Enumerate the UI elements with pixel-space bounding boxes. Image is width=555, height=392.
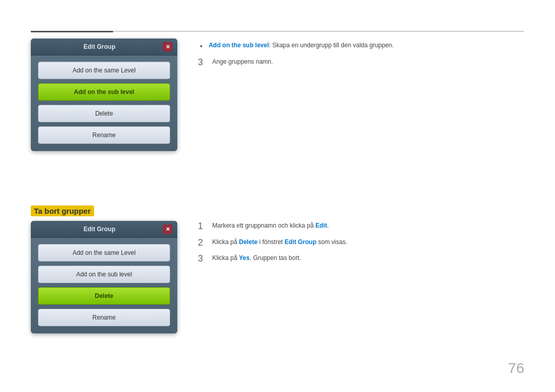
step2-edit-group-link: Edit Group bbox=[285, 238, 317, 246]
step3-text-after: . Gruppen tas bort. bbox=[250, 254, 301, 262]
bottom-step1: 1 Markera ett gruppnamn och klicka på Ed… bbox=[198, 221, 524, 232]
step1-text: Markera ett gruppnamn och klicka på Edit… bbox=[212, 221, 329, 231]
edit-group-dialog-bottom: Edit Group ✕ Add on the same Level Add o… bbox=[31, 221, 177, 333]
section-heading-ta-bort: Ta bort grupper bbox=[31, 206, 94, 216]
btn-delete-bottom[interactable]: Delete bbox=[38, 287, 170, 305]
page-number: 76 bbox=[508, 360, 524, 377]
step-number-3-top: 3 bbox=[198, 57, 206, 68]
dialog-titlebar-bottom: Edit Group ✕ bbox=[31, 221, 177, 238]
btn-add-sub-level-top[interactable]: Add on the sub level bbox=[38, 83, 170, 101]
bottom-step2: 2 Klicka på Delete i fönstret Edit Group… bbox=[198, 237, 524, 249]
heading-highlight-text: Ta bort grupper bbox=[31, 206, 94, 216]
step3-text: Klicka på Yes. Gruppen tas bort. bbox=[212, 253, 301, 263]
step3-text-before: Klicka på bbox=[212, 254, 239, 262]
step3-top-text: Ange gruppens namn. bbox=[212, 57, 273, 67]
btn-delete-top[interactable]: Delete bbox=[38, 105, 170, 122]
btn-rename-bottom[interactable]: Rename bbox=[38, 309, 170, 326]
top-instruction-bullet: • Add on the sub level: Skapa en undergr… bbox=[198, 41, 524, 52]
bottom-numbered-list: 1 Markera ett gruppnamn och klicka på Ed… bbox=[198, 221, 524, 265]
step1-text-before: Markera ett gruppnamn och klicka på bbox=[212, 222, 316, 229]
dialog-title-bottom: Edit Group bbox=[36, 226, 163, 233]
dialog-close-button-bottom[interactable]: ✕ bbox=[163, 225, 172, 234]
top-bullet-text-after: : Skapa en undergrupp till den valda gru… bbox=[269, 42, 394, 49]
dialog-body-top: Add on the same Level Add on the sub lev… bbox=[31, 55, 177, 151]
step3-yes-link: Yes bbox=[239, 254, 250, 262]
top-instruction-step3: 3 Ange gruppens namn. bbox=[198, 57, 524, 68]
section-bottom: Edit Group ✕ Add on the same Level Add o… bbox=[31, 221, 524, 333]
dialog-titlebar-top: Edit Group ✕ bbox=[31, 39, 177, 55]
step-number-1: 1 bbox=[198, 221, 206, 232]
step2-delete-link: Delete bbox=[239, 238, 257, 246]
section-top: Edit Group ✕ Add on the same Level Add o… bbox=[31, 39, 524, 151]
btn-add-same-level-top[interactable]: Add on the same Level bbox=[38, 62, 170, 79]
step2-text-before: Klicka på bbox=[212, 238, 239, 246]
top-instruction-list: • Add on the sub level: Skapa en undergr… bbox=[198, 41, 524, 68]
step2-text: Klicka på Delete i fönstret Edit Group s… bbox=[212, 237, 347, 247]
bullet-dot: • bbox=[198, 41, 202, 52]
top-bullet-text: Add on the sub level: Skapa en undergrup… bbox=[209, 41, 394, 50]
bottom-instructions: 1 Markera ett gruppnamn och klicka på Ed… bbox=[198, 221, 524, 333]
step2-text-after: som visas. bbox=[317, 238, 347, 246]
step-number-3-bottom: 3 bbox=[198, 253, 206, 265]
top-rule-accent bbox=[31, 31, 113, 32]
step2-text-middle: i fönstret bbox=[257, 238, 285, 246]
top-instructions: • Add on the sub level: Skapa en undergr… bbox=[198, 39, 524, 151]
dialog-body-bottom: Add on the same Level Add on the sub lev… bbox=[31, 238, 177, 333]
edit-group-dialog-top: Edit Group ✕ Add on the same Level Add o… bbox=[31, 39, 177, 151]
step-number-2: 2 bbox=[198, 237, 206, 249]
dialog-title-top: Edit Group bbox=[36, 43, 163, 50]
btn-add-same-level-bottom[interactable]: Add on the same Level bbox=[38, 244, 170, 262]
step1-edit-link: Edit bbox=[316, 222, 327, 229]
bottom-step3: 3 Klicka på Yes. Gruppen tas bort. bbox=[198, 253, 524, 265]
add-on-sub-level-link: Add on the sub level bbox=[209, 42, 269, 49]
dialog-close-button-top[interactable]: ✕ bbox=[163, 42, 172, 51]
step1-text-after: . bbox=[327, 222, 328, 229]
btn-rename-top[interactable]: Rename bbox=[38, 126, 170, 144]
btn-add-sub-level-bottom[interactable]: Add on the sub level bbox=[38, 266, 170, 283]
